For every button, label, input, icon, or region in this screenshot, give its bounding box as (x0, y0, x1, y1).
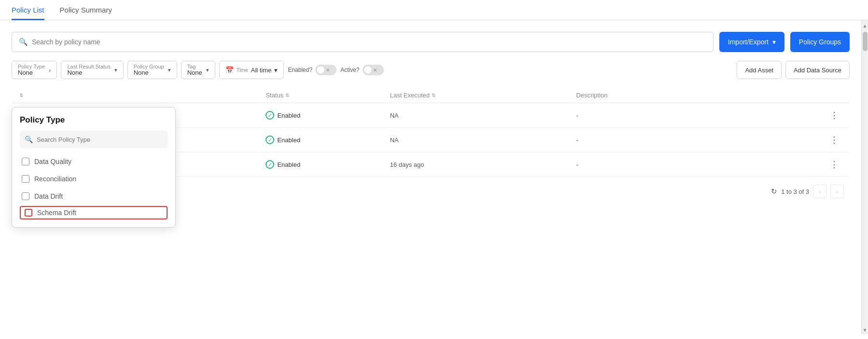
policy-group-value: None (134, 69, 164, 76)
col-name-sort-icon[interactable]: ⇅ (19, 93, 23, 98)
scrollbar: ▲ ▼ (861, 20, 868, 334)
dropdown-search-input[interactable] (37, 136, 163, 143)
tab-policy-summary[interactable]: Policy Summary (60, 6, 112, 20)
row-1-status: ✓ Enabled (266, 111, 390, 120)
row-2-description: - (576, 136, 825, 144)
row-2-status-icon: ✓ (266, 136, 274, 144)
refresh-icon[interactable]: ↻ (771, 187, 777, 196)
enabled-toggle-group: Enabled? ✕ (288, 65, 336, 75)
dropdown-search-icon: 🔍 (25, 136, 33, 143)
col-name-header: ⇅ (17, 92, 266, 99)
row-3-status-icon: ✓ (266, 160, 274, 169)
next-page-button[interactable]: › (830, 185, 844, 198)
policy-type-value: None (18, 69, 45, 76)
dropdown-search-container: 🔍 (20, 131, 168, 148)
add-data-source-button[interactable]: Add Data Source (785, 61, 850, 79)
row-3-last-executed: 16 days ago (390, 161, 576, 168)
row-1-more-button[interactable]: ⋮ (825, 110, 844, 121)
prev-page-button[interactable]: ‹ (813, 185, 826, 198)
row-3-description: - (576, 161, 825, 168)
row-2-more-button[interactable]: ⋮ (825, 135, 844, 145)
policy-groups-button[interactable]: Policy Groups (790, 32, 850, 52)
chevron-down-icon: ▾ (772, 38, 776, 46)
dropdown-item-reconciliation[interactable]: Reconciliation (20, 170, 168, 188)
time-filter[interactable]: 📅 Time All time ▾ (219, 61, 284, 79)
col-last-executed-header: Last Executed ⇅ (390, 92, 576, 99)
tab-policy-list[interactable]: Policy List (12, 6, 44, 20)
enabled-toggle[interactable]: ✕ (315, 65, 336, 75)
row-1-last-executed: NA (390, 112, 576, 119)
row-1-status-icon: ✓ (266, 111, 274, 120)
policy-group-chevron: ▾ (168, 67, 171, 73)
scrollbar-up-button[interactable]: ▲ (862, 21, 868, 30)
enabled-label: Enabled? (288, 67, 312, 73)
col-actions-header (825, 92, 844, 99)
active-toggle[interactable]: ✕ (363, 65, 384, 75)
enabled-toggle-knob (316, 66, 325, 74)
policy-group-filter[interactable]: Policy Group None ▾ (127, 61, 177, 79)
calendar-icon: 📅 (225, 66, 234, 74)
table-header: ⇅ Status ⇅ Last Executed ⇅ Description (12, 88, 850, 103)
col-description-header: Description (576, 92, 825, 99)
tag-chevron: ▾ (206, 67, 209, 73)
active-toggle-x: ✕ (373, 68, 377, 73)
schema-drift-label: Schema Drift (37, 209, 76, 217)
last-result-status-filter[interactable]: Last Result Status None ▾ (61, 61, 123, 79)
last-result-status-chevron: ▾ (114, 67, 117, 73)
dropdown-item-data-drift[interactable]: Data Drift (20, 188, 168, 205)
active-label: Active? (340, 67, 359, 73)
scrollbar-down-button[interactable]: ▼ (862, 325, 868, 334)
filter-row: Policy Type None › Last Result Status No… (12, 61, 850, 79)
col-status-header: Status ⇅ (266, 92, 390, 99)
dropdown-item-data-quality[interactable]: Data Quality (20, 153, 168, 170)
row-3-more-button[interactable]: ⋮ (825, 159, 844, 170)
schema-drift-checkbox[interactable] (25, 209, 32, 217)
top-controls: 🔍 Import/Export ▾ Policy Groups (12, 32, 850, 52)
scrollbar-thumb[interactable] (863, 32, 868, 51)
reconciliation-label: Reconciliation (34, 175, 76, 183)
pagination-text: 1 to 3 of 3 (781, 188, 809, 195)
active-toggle-group: Active? ✕ (340, 65, 383, 75)
row-2-last-executed: NA (390, 136, 576, 144)
col-last-executed-sort-icon[interactable]: ⇅ (432, 93, 435, 98)
enabled-toggle-x: ✕ (326, 68, 330, 73)
search-container: 🔍 (12, 32, 714, 52)
import-export-button[interactable]: Import/Export ▾ (719, 32, 784, 52)
data-drift-checkbox[interactable] (22, 192, 29, 200)
data-quality-label: Data Quality (34, 158, 71, 165)
tabs-bar: Policy List Policy Summary (0, 0, 868, 20)
tag-filter[interactable]: Tag None ▾ (181, 61, 215, 79)
dropdown-title: Policy Type (20, 115, 168, 125)
data-drift-label: Data Drift (34, 192, 63, 200)
time-chevron: ▾ (274, 67, 278, 74)
data-quality-checkbox[interactable] (22, 158, 29, 165)
time-value: All time (251, 67, 272, 74)
policy-type-dropdown: Policy Type 🔍 Data Quality Reconciliatio… (12, 107, 176, 228)
search-input[interactable] (32, 38, 706, 46)
search-icon: 🔍 (19, 38, 28, 46)
dropdown-item-schema-drift[interactable]: Schema Drift (20, 206, 168, 219)
time-label: Time (237, 67, 248, 73)
reconciliation-checkbox[interactable] (22, 175, 29, 183)
policy-type-arrow: › (49, 67, 51, 74)
policy-type-filter[interactable]: Policy Type None › (12, 61, 57, 79)
row-3-status: ✓ Enabled (266, 160, 390, 169)
row-1-description: - (576, 112, 825, 119)
add-asset-button[interactable]: Add Asset (737, 61, 782, 79)
content-area: 🔍 Import/Export ▾ Policy Groups Policy T… (0, 20, 861, 334)
col-status-sort-icon[interactable]: ⇅ (285, 93, 289, 98)
row-2-status: ✓ Enabled (266, 136, 390, 144)
last-result-status-value: None (67, 69, 110, 76)
tag-value: None (187, 69, 202, 76)
active-toggle-knob (364, 66, 372, 74)
